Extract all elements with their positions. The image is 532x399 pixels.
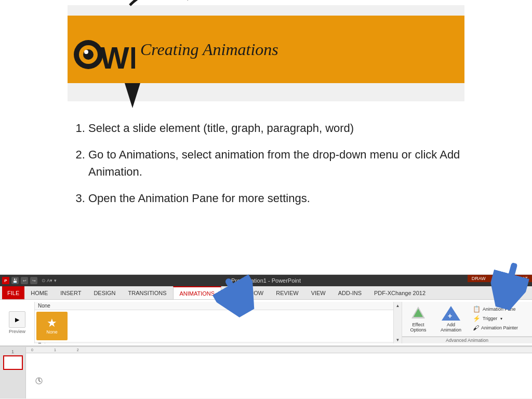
slide-thumbnail[interactable] bbox=[3, 355, 23, 370]
slide-timeline: 1 0 1 2 bbox=[0, 347, 532, 398]
instruction-3: Open the Animation Pane for more setting… bbox=[88, 190, 511, 207]
tab-view[interactable]: VIEW bbox=[305, 286, 332, 299]
owl-beak-bottom bbox=[122, 83, 143, 109]
add-animation-icon: + bbox=[440, 304, 462, 323]
preview-section: ▶ Preview bbox=[0, 302, 35, 343]
tab-insert[interactable]: INSERT bbox=[54, 286, 87, 299]
trigger-arrow: ▾ bbox=[500, 316, 502, 321]
scroll-up[interactable]: ▲ bbox=[394, 302, 402, 309]
svg-text:WL: WL bbox=[100, 41, 135, 75]
slide-content-area: 0 1 2 bbox=[26, 347, 532, 398]
palette-scrollbar[interactable]: ▲ ▼ bbox=[393, 302, 402, 343]
instruction-1: Select a slide element (title, graph, pa… bbox=[88, 119, 511, 137]
effect-options-label: Effect Options bbox=[410, 323, 426, 333]
svg-text:+: + bbox=[448, 312, 452, 320]
adv-anim-label: Advanced Animation bbox=[402, 337, 532, 343]
ruler-0: 0 bbox=[31, 348, 33, 352]
slide-number: 1 bbox=[11, 349, 14, 354]
save-btn[interactable]: 💾 bbox=[11, 277, 19, 284]
tab-file[interactable]: FILE bbox=[2, 286, 24, 299]
redo-btn[interactable]: ↪ bbox=[30, 277, 37, 284]
svg-line-14 bbox=[39, 381, 41, 382]
preview-label: Preview bbox=[9, 328, 25, 334]
anim-painter-label: Animation Painter bbox=[481, 325, 518, 330]
add-animation-label: Add Animation bbox=[441, 323, 461, 333]
anim-pane-icon: 📋 bbox=[473, 305, 481, 313]
owl-banner: WL Creating Animations bbox=[68, 5, 464, 101]
animation-palette: None ★ None Entrance ★ Appear ★ Fa bbox=[35, 302, 402, 343]
banner-title: Creating Animations bbox=[140, 40, 278, 59]
tab-review[interactable]: REVIEW bbox=[270, 286, 304, 299]
title-bar-left: P 💾 ↩ ↪ ⊙ A▾ ▾ bbox=[2, 277, 57, 284]
tab-pdfxchange[interactable]: PDF-XChange 2012 bbox=[368, 286, 432, 299]
effect-options-icon bbox=[409, 304, 428, 323]
timeline-ruler: 0 1 2 bbox=[26, 347, 532, 353]
quick-access: ⊙ A▾ ▾ bbox=[42, 278, 57, 283]
animation-painter-button[interactable]: 🖌 Animation Painter bbox=[472, 324, 519, 332]
slide-number-area: 1 bbox=[3, 349, 23, 370]
add-animation-svg: + bbox=[441, 305, 461, 322]
instruction-2: Go to Animations, select animation from … bbox=[88, 146, 511, 180]
none-star: ★ bbox=[47, 317, 57, 329]
anim-painter-icon: 🖌 bbox=[473, 324, 479, 331]
undo-btn[interactable]: ↩ bbox=[21, 277, 28, 284]
none-items-row: ★ None bbox=[35, 310, 402, 342]
banner-inner: WL Creating Animations bbox=[68, 16, 464, 83]
ribbon-container: P 💾 ↩ ↪ ⊙ A▾ ▾ Presentation1 - PowerPoin… bbox=[0, 274, 532, 399]
tab-addins[interactable]: ADD-INS bbox=[332, 286, 368, 299]
title-bar: P 💾 ↩ ↪ ⊙ A▾ ▾ Presentation1 - PowerPoin… bbox=[0, 275, 532, 286]
preview-icon: ▶ bbox=[9, 311, 25, 328]
draw-tab[interactable]: DRAW bbox=[468, 275, 490, 282]
tab-design[interactable]: DESIGN bbox=[87, 286, 122, 299]
ruler-2: 2 bbox=[77, 348, 79, 352]
none-label: None bbox=[46, 329, 58, 335]
tab-home[interactable]: HOME bbox=[24, 286, 54, 299]
timeline-area bbox=[26, 353, 532, 390]
menu-bar: FILE HOME INSERT DESIGN TRANSITIONS ANIM… bbox=[0, 286, 532, 300]
none-text: None bbox=[38, 303, 50, 309]
playhead bbox=[35, 377, 43, 385]
svg-marker-5 bbox=[125, 83, 140, 108]
ruler-1: 1 bbox=[54, 348, 56, 352]
owl-beak-top bbox=[119, 0, 182, 10]
ribbon-toolbar: ▶ Preview None ★ None Entrance ★ Ap bbox=[0, 300, 532, 347]
powerpoint-icon: P bbox=[2, 277, 9, 284]
trigger-label: Trigger bbox=[483, 316, 497, 321]
entrance-label: Entrance bbox=[35, 342, 402, 343]
slide-thumb-panel: 1 bbox=[0, 347, 26, 398]
anim-item-none[interactable]: ★ None bbox=[36, 312, 68, 340]
svg-point-3 bbox=[84, 50, 88, 54]
scroll-down[interactable]: ▼ bbox=[394, 336, 402, 343]
add-animation-button[interactable]: + Add Animation bbox=[435, 304, 467, 333]
playhead-svg bbox=[35, 377, 43, 384]
tab-transitions[interactable]: TRANSITIONS bbox=[122, 286, 173, 299]
preview-button[interactable]: ▶ Preview bbox=[4, 311, 30, 334]
owl-logo-svg: WL bbox=[73, 21, 135, 78]
instructions-list: Select a slide element (title, graph, pa… bbox=[68, 119, 511, 207]
content-area: Select a slide element (title, graph, pa… bbox=[68, 119, 511, 216]
trigger-icon: ⚡ bbox=[473, 315, 481, 322]
trigger-button[interactable]: ⚡ Trigger ▾ bbox=[472, 314, 519, 323]
effect-options-button[interactable]: Effect Options bbox=[405, 304, 431, 333]
effect-options-svg bbox=[410, 305, 426, 321]
